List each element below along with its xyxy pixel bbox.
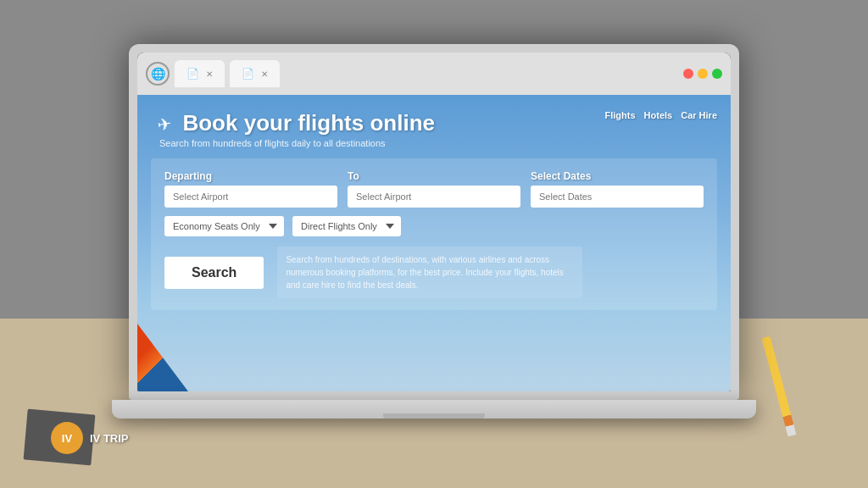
tab-1-close[interactable]: ✕ bbox=[206, 69, 213, 79]
tab-2-icon: 📄 bbox=[242, 68, 254, 80]
direct-flights-dropdown[interactable]: Direct Flights Only bbox=[292, 216, 401, 236]
browser-chrome: 🌐 📄 ✕ 📄 ✕ bbox=[137, 53, 731, 95]
laptop: 🌐 📄 ✕ 📄 ✕ bbox=[112, 44, 756, 419]
iv-trip-logo: IV IV TRIP bbox=[51, 422, 129, 454]
website-content: Flights Hotels Car Hire ✈ Book your flig… bbox=[137, 95, 731, 391]
dates-label: Select Dates bbox=[531, 170, 704, 182]
browser-tab-1[interactable]: 📄 ✕ bbox=[175, 60, 225, 87]
traffic-light-green[interactable] bbox=[712, 69, 722, 79]
dates-input[interactable] bbox=[531, 186, 704, 208]
to-input[interactable] bbox=[348, 186, 520, 208]
search-fields-row: Departing To Select Dates bbox=[164, 170, 704, 208]
hero-title: Book your flights online bbox=[182, 110, 435, 136]
logo-circle: IV bbox=[51, 422, 83, 454]
logo-circle-text: IV bbox=[62, 432, 72, 445]
logo-text: IV TRIP bbox=[90, 432, 129, 445]
hero-headline: ✈ Book your flights online bbox=[158, 110, 710, 136]
dates-field-group: Select Dates bbox=[531, 170, 704, 208]
globe-icon: 🌐 bbox=[146, 62, 170, 86]
tab-2-close[interactable]: ✕ bbox=[261, 69, 268, 79]
search-description: Search from hundreds of destinations, wi… bbox=[277, 247, 582, 298]
to-label: To bbox=[348, 170, 520, 182]
traffic-light-red[interactable] bbox=[683, 69, 693, 79]
tab-1-icon: 📄 bbox=[186, 68, 199, 80]
economy-dropdown[interactable]: Economy Seats Only bbox=[164, 216, 284, 236]
laptop-base bbox=[112, 400, 756, 419]
screen-bezel: 🌐 📄 ✕ 📄 ✕ bbox=[137, 53, 731, 391]
to-field-group: To bbox=[348, 170, 520, 208]
traffic-lights bbox=[683, 69, 722, 79]
hero-subtitle: Search from hundreds of flights daily to… bbox=[158, 138, 710, 148]
plane-icon: ✈ bbox=[156, 114, 174, 136]
wing-decoration bbox=[137, 324, 188, 391]
search-button[interactable]: Search bbox=[164, 257, 264, 289]
traffic-light-yellow[interactable] bbox=[698, 69, 708, 79]
search-panel: Departing To Select Dates bbox=[151, 158, 717, 310]
departing-field-group: Departing bbox=[164, 170, 337, 208]
options-row: Economy Seats Only Direct Flights Only bbox=[164, 216, 704, 236]
browser-tab-2[interactable]: 📄 ✕ bbox=[230, 60, 280, 87]
action-row: Search Search from hundreds of destinati… bbox=[164, 247, 704, 298]
departing-label: Departing bbox=[164, 170, 337, 182]
screen-lid: 🌐 📄 ✕ 📄 ✕ bbox=[129, 44, 739, 400]
hero-section: ✈ Book your flights online Search from h… bbox=[137, 95, 731, 158]
departing-input[interactable] bbox=[164, 186, 337, 208]
